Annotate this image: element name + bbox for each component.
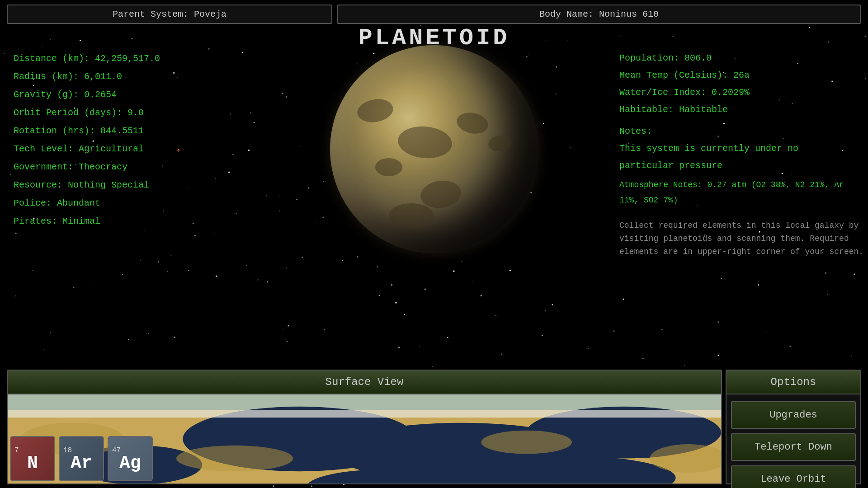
- teleport-down-button[interactable]: Teleport Down: [731, 433, 856, 461]
- argon-symbol: Ar: [71, 455, 92, 473]
- pirates-stat: Pirates: Minimal: [14, 212, 160, 230]
- left-stats-panel: Distance (km): 42,259,517.0 Radius (km):…: [14, 50, 160, 230]
- surface-view-header: Surface View: [8, 371, 721, 394]
- svg-point-12: [176, 446, 293, 471]
- element-card-silver: 47 Ag: [108, 436, 153, 481]
- planet-display: [330, 45, 538, 253]
- water-ice-stat: Water/Ice Index: 0.2029%: [619, 84, 854, 101]
- government-stat: Government: Theocracy: [14, 158, 160, 176]
- silver-symbol: Ag: [119, 455, 141, 473]
- notes-text: This system is currently under no partic…: [619, 140, 854, 174]
- header-bar: Parent System: Poveja Body Name: Noninus…: [0, 5, 868, 24]
- svg-rect-9: [8, 410, 721, 418]
- rotation-stat: Rotation (hrs): 844.5511: [14, 122, 160, 140]
- atmosphere-stat: Atmosphere Notes: 0.27 atm (O2 38%, N2 2…: [619, 177, 854, 208]
- element-card-argon: 18 Ar: [59, 436, 104, 481]
- leave-orbit-button[interactable]: Leave Orbit: [731, 465, 856, 488]
- nitrogen-symbol: N: [27, 455, 38, 473]
- distance-stat: Distance (km): 42,259,517.0: [14, 50, 160, 68]
- orbit-stat: Orbit Period (days): 9.0: [14, 104, 160, 122]
- gravity-stat: Gravity (g): 0.2654: [14, 86, 160, 104]
- notes-label: Notes:: [619, 123, 854, 140]
- element-card-nitrogen: 7 N: [10, 436, 55, 481]
- body-name-label: Body Name: Noninus 610: [337, 5, 861, 24]
- surface-view-content: 7 N 18 Ar 47 Ag: [8, 394, 721, 483]
- page-title: Planetoid: [0, 25, 868, 52]
- svg-point-13: [481, 431, 572, 454]
- mean-temp-stat: Mean Temp (Celsius): 26a: [619, 67, 854, 84]
- resource-stat: Resource: Nothing Special: [14, 176, 160, 194]
- options-buttons: Upgrades Teleport Down Leave Orbit: [726, 394, 860, 488]
- collect-text: Collect required elements in this local …: [619, 219, 868, 258]
- right-stats-panel: Population: 806.0 Mean Temp (Celsius): 2…: [619, 50, 854, 258]
- options-panel: Options Upgrades Teleport Down Leave Orb…: [726, 370, 861, 484]
- bottom-section: Surface View: [0, 366, 868, 488]
- population-stat: Population: 806.0: [619, 50, 854, 67]
- upgrades-button[interactable]: Upgrades: [731, 401, 856, 429]
- tech-stat: Tech Level: Agricultural: [14, 140, 160, 158]
- nitrogen-number: 7: [14, 446, 19, 455]
- surface-view-panel: Surface View: [7, 370, 722, 484]
- planet-sphere: [330, 45, 538, 253]
- element-cards: 7 N 18 Ar 47 Ag: [10, 436, 153, 481]
- police-stat: Police: Abundant: [14, 194, 160, 212]
- habitable-stat: Habitable: Habitable: [619, 101, 854, 118]
- options-header: Options: [726, 371, 860, 394]
- radius-stat: Radius (km): 6,011.0: [14, 68, 160, 86]
- parent-system-label: Parent System: Poveja: [7, 5, 332, 24]
